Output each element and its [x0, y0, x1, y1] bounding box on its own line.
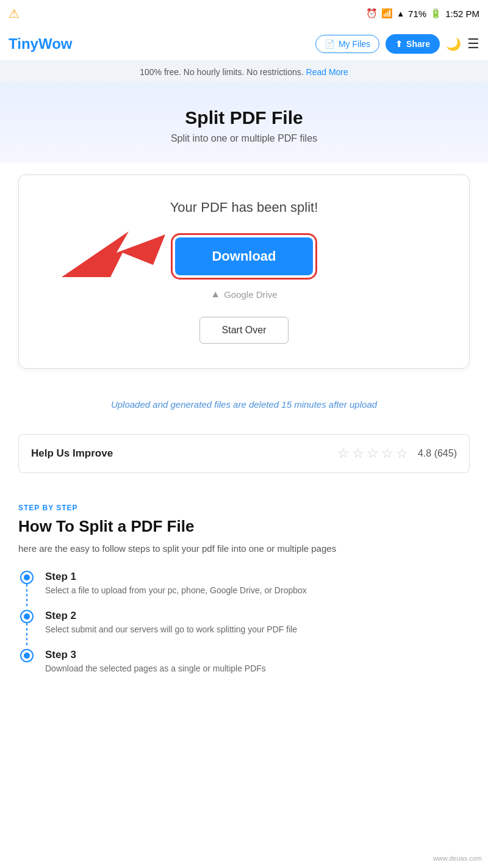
download-button[interactable]: Download — [175, 237, 312, 275]
dark-mode-button[interactable]: 🌙 — [446, 37, 461, 51]
signal-icon: ▲ — [396, 9, 404, 18]
page-title: Split PDF File — [12, 107, 476, 128]
step-dot-3 — [20, 649, 34, 662]
page-subtitle: Split into one or multiple PDF files — [12, 133, 476, 144]
status-right: ⏰ 📶 ▲ 71% 🔋 1:52 PM — [366, 8, 479, 19]
step-item-1: Step 1 Select a file to upload from your… — [18, 571, 470, 610]
red-arrow — [62, 225, 171, 286]
hero-section: Split PDF File Split into one or multipl… — [0, 83, 488, 162]
download-area: Download — [175, 237, 312, 275]
step-dot-1 — [20, 571, 34, 584]
time-display: 1:52 PM — [445, 9, 479, 19]
battery-icon: 🔋 — [430, 8, 442, 19]
navbar: TinyWow 📄 My Files ⬆ Share 🌙 ☰ — [0, 27, 488, 61]
rating-section: Help Us Improve ☆ ☆ ☆ ☆ ☆ 4.8 (645) — [18, 434, 470, 473]
watermark: www.deuas.com — [433, 855, 482, 862]
step-3-heading: Step 3 — [45, 649, 266, 661]
menu-button[interactable]: ☰ — [467, 36, 479, 52]
logo-text-tiny: Tiny — [9, 35, 38, 52]
status-bar: ⚠ ⏰ 📶 ▲ 71% 🔋 1:52 PM — [0, 0, 488, 27]
steps-section: STEP BY STEP How To Split a PDF File her… — [0, 491, 488, 712]
step-dot-2 — [20, 610, 34, 623]
my-files-button[interactable]: 📄 My Files — [315, 35, 379, 53]
star-3[interactable]: ☆ — [367, 446, 379, 461]
wifi-icon: 📶 — [381, 8, 393, 19]
step-item-2: Step 2 Select submit and our servers wil… — [18, 610, 470, 649]
share-icon: ⬆ — [395, 39, 403, 49]
step-section-label: STEP BY STEP — [18, 504, 470, 512]
google-drive-icon: ▲ — [210, 289, 220, 300]
banner: 100% free. No hourly limits. No restrict… — [0, 61, 488, 83]
steps-list: Step 1 Select a file to upload from your… — [18, 571, 470, 688]
share-button[interactable]: ⬆ Share — [386, 34, 440, 54]
star-1[interactable]: ☆ — [337, 446, 350, 461]
file-icon: 📄 — [325, 39, 335, 49]
star-5[interactable]: ☆ — [396, 446, 408, 461]
step-2-text: Select submit and our servers will go to… — [45, 624, 297, 634]
start-over-button[interactable]: Start Over — [199, 317, 289, 344]
banner-text: 100% free. No hourly limits. No restrict… — [140, 67, 303, 77]
logo-text-wow: Wow — [38, 35, 73, 52]
step-dot-container-1 — [18, 571, 35, 609]
star-2[interactable]: ☆ — [352, 446, 364, 461]
star-4[interactable]: ☆ — [381, 446, 393, 461]
step-2-heading: Step 2 — [45, 610, 297, 622]
rating-value: 4.8 (645) — [418, 448, 457, 459]
rating-label: Help Us Improve — [31, 447, 113, 460]
svg-marker-0 — [62, 231, 165, 277]
read-more-link[interactable]: Read More — [306, 67, 348, 77]
step-3-text: Download the selected pages as a single … — [45, 664, 266, 673]
step-dot-container-3 — [18, 649, 35, 662]
step-item-3: Step 3 Download the selected pages as a … — [18, 649, 470, 688]
step-section-description: here are the easy to follow steps to spl… — [18, 543, 470, 554]
step-content-2: Step 2 Select submit and our servers wil… — [45, 610, 297, 649]
step-1-text: Select a file to upload from your pc, ph… — [45, 585, 307, 595]
step-content-3: Step 3 Download the selected pages as a … — [45, 649, 266, 688]
step-dot-container-2 — [18, 610, 35, 648]
success-message: Your PDF has been split! — [37, 200, 451, 215]
step-1-heading: Step 1 — [45, 571, 307, 583]
main-card: Your PDF has been split! Download ▲ Goog… — [18, 175, 470, 369]
step-line-1 — [26, 584, 27, 609]
step-line-2 — [26, 623, 27, 648]
warning-icon: ⚠ — [9, 6, 20, 21]
step-content-1: Step 1 Select a file to upload from your… — [45, 571, 307, 610]
google-drive-link[interactable]: ▲ Google Drive — [37, 289, 451, 300]
logo[interactable]: TinyWow — [9, 35, 72, 52]
info-text: Uploaded and generated files are deleted… — [0, 381, 488, 428]
star-rating[interactable]: ☆ ☆ ☆ ☆ ☆ — [337, 446, 408, 461]
step-section-title: How To Split a PDF File — [18, 517, 470, 536]
alarm-icon: ⏰ — [366, 8, 378, 19]
battery-percent: 71% — [408, 9, 426, 19]
nav-right: 📄 My Files ⬆ Share 🌙 ☰ — [315, 34, 479, 54]
